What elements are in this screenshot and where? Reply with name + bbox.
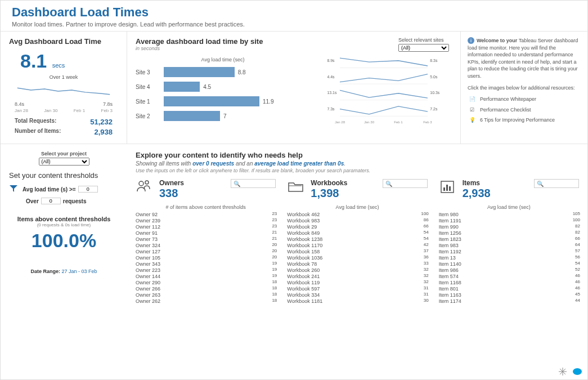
list-item[interactable]: Owner 26618 <box>136 286 276 292</box>
list-item[interactable]: Owner 12720 <box>136 249 276 254</box>
workbooks-search[interactable]: 🔍 <box>383 179 428 188</box>
site-multiline-chart[interactable]: 8.9s8.3s4.4s5.0s13.1s10.3s7.3s7.2sJan 28… <box>316 51 452 126</box>
row-label: Owner 263 <box>136 292 175 298</box>
list-item[interactable]: Workbook 7833 <box>287 261 427 267</box>
avg-sparkline[interactable] <box>15 82 113 100</box>
explore-sub-text: Showing all items with <box>136 160 191 167</box>
list-item[interactable]: Owner 22319 <box>136 267 276 273</box>
list-item[interactable]: Owner 9121 <box>136 230 276 236</box>
explore-title: Explore your content to identify who nee… <box>136 151 579 159</box>
list-item[interactable]: Item 98652 <box>439 267 579 273</box>
list-item[interactable]: Owner 14419 <box>136 274 276 279</box>
list-item[interactable]: Item 57446 <box>439 274 579 279</box>
list-item[interactable]: Owner 7321 <box>136 236 276 242</box>
list-item[interactable]: Owner 10520 <box>136 255 276 261</box>
list-item[interactable]: Item 99082 <box>439 224 579 230</box>
list-item[interactable]: Workbook 123854 <box>287 236 427 242</box>
document-icon: 📄 <box>468 96 477 103</box>
project-select[interactable]: (All) <box>39 158 89 166</box>
row-label: Owner 127 <box>136 249 175 254</box>
list-item[interactable]: Item 119257 <box>439 249 579 254</box>
list-item[interactable]: Owner 23923 <box>136 218 276 223</box>
resource-tips[interactable]: 💡 6 Tips for Improving Performance <box>468 117 581 124</box>
site-bar-row[interactable]: Site 44.5 <box>136 82 310 92</box>
list-item[interactable]: Workbook 117042 <box>287 243 427 248</box>
row-value: 86 <box>424 217 429 222</box>
list-item[interactable]: Item 116345 <box>439 292 579 298</box>
requests-label: requests <box>63 198 87 204</box>
row-label: Workbook 260 <box>287 267 326 273</box>
svg-text:Feb 1: Feb 1 <box>394 120 403 124</box>
list-item[interactable]: Item 182366 <box>439 236 579 242</box>
list-item[interactable]: Workbook 103636 <box>287 255 427 261</box>
salesforce-logo-icon <box>572 366 582 377</box>
list-item[interactable]: Workbook 59731 <box>287 286 427 292</box>
items-chart[interactable]: Avg load time (sec) Item 980105Item 1191… <box>439 204 579 304</box>
row-value: 46 <box>575 273 580 278</box>
row-label: Owner 91 <box>136 230 175 236</box>
row-value: 20 <box>272 242 277 247</box>
items-search[interactable]: 🔍 <box>534 179 579 188</box>
date-range-label: Date Range: <box>30 269 60 274</box>
owners-column: Owners 338 🔍 # of items above content th… <box>136 179 276 305</box>
row-value: 18 <box>272 285 277 290</box>
svg-text:10.3s: 10.3s <box>430 91 439 95</box>
svg-text:5.0s: 5.0s <box>430 75 438 79</box>
list-item[interactable]: Owner 26318 <box>136 292 276 298</box>
row-value: 20 <box>272 248 277 253</box>
site-bar-chart[interactable]: Avg load time (sec) Site 38.8Site 44.5Si… <box>136 57 310 121</box>
owners-chart[interactable]: # of items above content thresholds Owne… <box>136 204 276 304</box>
list-item[interactable]: Item 980105 <box>439 212 579 217</box>
list-item[interactable]: Workbook 462100 <box>287 212 427 217</box>
resource-checklist[interactable]: ☑ Performance Checklist <box>468 106 581 114</box>
list-item[interactable]: Workbook 24132 <box>287 274 427 279</box>
list-item[interactable]: Workbook 2966 <box>287 224 427 230</box>
site-bar-label: Site 3 <box>136 69 164 75</box>
avg-load-unit: secs <box>52 62 65 69</box>
resource-whitepaper[interactable]: 📄 Performance Whitepaper <box>468 96 581 103</box>
list-item[interactable]: Item 1356 <box>439 255 579 261</box>
row-value: 31 <box>424 292 429 297</box>
requests-threshold-input[interactable] <box>41 198 61 204</box>
svg-text:8.3s: 8.3s <box>430 59 438 62</box>
load-threshold-input[interactable] <box>78 186 98 193</box>
list-item[interactable]: Item 1191100 <box>439 218 579 223</box>
list-item[interactable]: Item 114054 <box>439 261 579 267</box>
list-item[interactable]: Owner 26218 <box>136 298 276 304</box>
site-bar-row[interactable]: Site 111.9 <box>136 96 310 106</box>
site-filter-select[interactable]: (All) <box>398 44 449 52</box>
list-item[interactable]: Item 116846 <box>439 280 579 285</box>
list-item[interactable]: Workbook 33431 <box>287 292 427 298</box>
list-item[interactable]: Owner 11223 <box>136 224 276 230</box>
explore-sub-hl: over 0 requests <box>192 160 234 167</box>
header: Dashboard Load Times Monitor load times.… <box>1 1 587 31</box>
list-item[interactable]: Owner 9223 <box>136 212 276 217</box>
site-bar <box>164 82 200 92</box>
list-item[interactable]: Owner 32420 <box>136 243 276 248</box>
row-value: 100 <box>421 211 428 216</box>
svg-text:7.2s: 7.2s <box>430 107 438 111</box>
svg-text:Feb 3: Feb 3 <box>423 120 432 124</box>
list-item[interactable]: Workbook 98386 <box>287 218 427 223</box>
workbooks-chart[interactable]: Avg load time (sec) Workbook 462100Workb… <box>287 204 427 304</box>
site-bar-row[interactable]: Site 38.8 <box>136 67 310 77</box>
list-item[interactable]: Owner 29018 <box>136 280 276 285</box>
list-item[interactable]: Workbook 11932 <box>287 280 427 285</box>
row-label: Workbook 462 <box>287 212 326 217</box>
list-item[interactable]: Item 80146 <box>439 286 579 292</box>
owners-search[interactable]: 🔍 <box>231 179 276 188</box>
spark-start-label: 8.4s <box>15 101 24 107</box>
list-item[interactable]: Workbook 15837 <box>287 249 427 254</box>
list-item[interactable]: Workbook 84954 <box>287 230 427 236</box>
list-item[interactable]: Workbook 26032 <box>287 267 427 273</box>
list-item[interactable]: Item 125682 <box>439 230 579 236</box>
row-value: 33 <box>424 261 429 266</box>
list-item[interactable]: Item 117444 <box>439 298 579 304</box>
site-bar-row[interactable]: Site 27 <box>136 111 310 121</box>
row-value: 57 <box>575 248 580 253</box>
row-label: Owner 92 <box>136 212 175 217</box>
list-item[interactable]: Owner 34319 <box>136 261 276 267</box>
list-item[interactable]: Item 98364 <box>439 243 579 248</box>
list-item[interactable]: Workbook 118130 <box>287 298 427 304</box>
row-label: Item 801 <box>439 286 478 292</box>
